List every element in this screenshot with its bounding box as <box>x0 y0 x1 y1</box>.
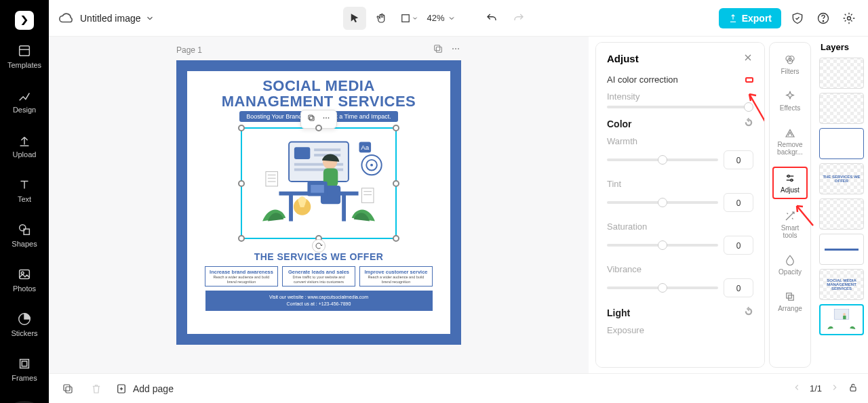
add-page-icon <box>115 383 127 395</box>
tint-value[interactable]: 0 <box>724 193 753 212</box>
selected-element[interactable]: Aa <box>241 127 397 239</box>
resize-handle[interactable] <box>393 180 399 187</box>
sidebar-item-label: Frames <box>12 374 37 382</box>
sidebar-item-stickers[interactable]: Stickers <box>11 312 37 337</box>
warmth-slider[interactable] <box>607 158 718 161</box>
hand-tool[interactable] <box>370 7 393 30</box>
ai-color-correction-row: AI color correction <box>607 75 753 85</box>
sidebar-item-upload[interactable]: Upload <box>13 133 37 158</box>
rail-arrange[interactable]: Arrange <box>772 287 808 316</box>
help-icon[interactable] <box>814 9 833 28</box>
svg-rect-48 <box>361 188 374 203</box>
adjust-panel: Adjust AI color correction Intensity Col… <box>595 42 765 368</box>
layer-thumb-selected[interactable] <box>819 304 864 335</box>
sidebar-item-shapes[interactable]: Shapes <box>12 222 37 248</box>
layer-thumb[interactable]: SOCIAL MEDIAMANAGEMENT SERVICES <box>819 269 864 300</box>
service-cell: Generate leads and salesDrive traffic to… <box>282 266 355 287</box>
tint-slider[interactable] <box>607 201 718 204</box>
rail-smart-tools[interactable]: Smart tools <box>772 206 808 243</box>
sidebar-item-design[interactable]: Design <box>13 88 36 114</box>
rail-effects[interactable]: Effects <box>772 86 808 116</box>
rail-adjust[interactable]: Adjust <box>772 167 808 199</box>
center-tools: 42% <box>343 7 530 30</box>
page-more-icon[interactable] <box>450 43 461 56</box>
svg-rect-44 <box>266 172 278 186</box>
rail-remove-bg[interactable]: Remove backgr... <box>772 123 808 160</box>
sidebar-item-frames[interactable]: Frames <box>12 356 37 382</box>
ai-color-correction-label: AI color correction <box>607 75 678 85</box>
document-title[interactable]: Untitled image <box>80 13 155 24</box>
prev-page-button[interactable] <box>792 383 802 394</box>
shield-icon[interactable] <box>788 9 807 28</box>
sidebar-item-templates[interactable]: Templates <box>7 43 41 69</box>
left-sidebar: Templates Design Upload Text Shapes Phot… <box>0 0 49 403</box>
svg-rect-42 <box>311 185 324 193</box>
add-page-button[interactable]: Add page <box>115 383 174 395</box>
select-tool[interactable] <box>343 7 366 30</box>
layer-thumb[interactable] <box>819 128 864 159</box>
duplicate-icon[interactable] <box>58 379 77 398</box>
saturation-value[interactable]: 0 <box>724 236 753 255</box>
svg-point-55 <box>787 175 789 177</box>
right-tool-rail: Filters Effects Remove backgr... Adjust … <box>769 42 811 368</box>
layer-thumb[interactable]: THE SERVICES WE OFFER <box>819 163 864 194</box>
crop-tool[interactable] <box>397 7 420 30</box>
rail-filters[interactable]: Filters <box>772 49 808 79</box>
svg-rect-37 <box>342 195 346 221</box>
light-section-header: Light <box>607 307 753 318</box>
page-indicator: 1/1 <box>810 383 822 394</box>
canvas-area[interactable]: Page 1 SOCIAL MEDIAMANAGEMENT SERVICES B… <box>49 37 589 373</box>
settings-icon[interactable] <box>840 9 859 28</box>
svg-rect-14 <box>436 47 441 52</box>
next-page-button[interactable] <box>830 383 840 394</box>
selection-copy-icon[interactable] <box>307 113 316 125</box>
layers-title: Layers <box>819 42 864 52</box>
topbar: Untitled image 42% Export <box>49 0 868 37</box>
sidebar-item-text[interactable]: Text <box>17 177 32 203</box>
cloud-sync-icon[interactable] <box>58 11 73 26</box>
resize-handle[interactable] <box>393 125 399 131</box>
zoom-indicator[interactable]: 42% <box>425 13 458 23</box>
chevron-down-icon <box>412 15 418 22</box>
svg-rect-15 <box>435 45 440 51</box>
layer-thumb[interactable] <box>819 234 864 265</box>
resize-handle[interactable] <box>238 235 245 242</box>
layer-thumb[interactable] <box>819 93 864 124</box>
redo-button[interactable] <box>507 7 530 30</box>
design-canvas[interactable]: SOCIAL MEDIAMANAGEMENT SERVICES Boosting… <box>176 60 461 345</box>
saturation-slider[interactable] <box>607 244 718 247</box>
warmth-value[interactable]: 0 <box>724 150 753 169</box>
svg-rect-8 <box>20 360 29 368</box>
vibrance-value[interactable]: 0 <box>724 278 753 297</box>
trash-icon[interactable] <box>87 379 106 398</box>
selection-more-icon[interactable] <box>321 113 331 125</box>
workspace: Page 1 SOCIAL MEDIAMANAGEMENT SERVICES B… <box>49 37 868 373</box>
reset-icon[interactable] <box>744 307 753 318</box>
intensity-slider[interactable] <box>607 106 753 108</box>
rail-opacity[interactable]: Opacity <box>772 250 808 280</box>
rotate-handle[interactable] <box>312 239 326 253</box>
export-button[interactable]: Export <box>719 8 781 28</box>
bottombar: Add page 1/1 <box>49 373 868 403</box>
undo-button[interactable] <box>480 7 503 30</box>
layer-thumb[interactable] <box>819 58 864 89</box>
ai-toggle-highlight <box>745 77 753 83</box>
lock-icon[interactable] <box>848 382 859 395</box>
duplicate-page-icon[interactable] <box>433 43 443 56</box>
sidebar-item-photos[interactable]: Photos <box>13 267 36 293</box>
app-logo[interactable] <box>15 11 34 30</box>
vibrance-slider[interactable] <box>607 287 718 289</box>
resize-handle[interactable] <box>393 235 399 242</box>
svg-rect-1 <box>20 46 30 56</box>
reset-icon[interactable] <box>744 118 753 129</box>
svg-rect-36 <box>289 195 293 221</box>
close-icon[interactable] <box>743 52 753 65</box>
chevron-down-icon <box>145 14 155 23</box>
sidebar-item-label: Design <box>13 106 36 114</box>
resize-handle[interactable] <box>238 180 245 187</box>
svg-rect-58 <box>787 293 792 299</box>
svg-rect-64 <box>64 385 70 391</box>
layer-thumb[interactable] <box>819 198 864 230</box>
layers-panel: Layers THE SERVICES WE OFFER SOCIAL MEDI… <box>815 37 868 373</box>
tint-label: Tint <box>607 179 753 189</box>
